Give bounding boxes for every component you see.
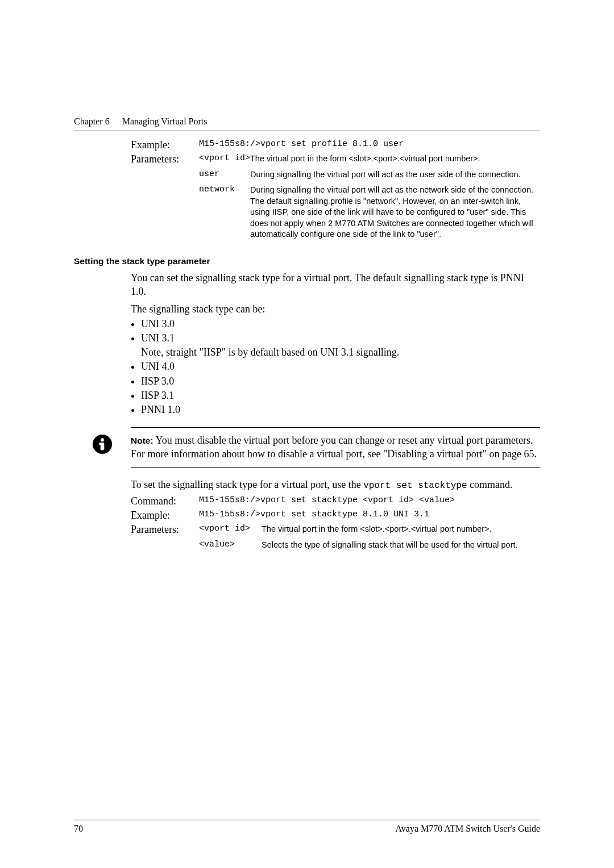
- param-row: network During signalling the virtual po…: [199, 185, 540, 240]
- header-rule: [74, 131, 540, 131]
- param-name: network: [199, 185, 250, 194]
- stack-type-list: UNI 3.0 UNI 3.1 Note, straight "IISP" is…: [131, 317, 540, 417]
- note-text: Note: You must disable the virtual port …: [131, 433, 540, 461]
- list-item-note: Note, straight "IISP" is by default base…: [141, 345, 540, 360]
- parameters-label: Parameters:: [131, 153, 199, 165]
- chapter-title: Managing Virtual Ports: [122, 116, 208, 127]
- list-item: UNI 3.0: [141, 317, 540, 331]
- param-desc: The virtual port in the form <slot>.<por…: [250, 153, 540, 165]
- param-row: <vport id> The virtual port in the form …: [199, 153, 540, 165]
- page-footer: 70 Avaya M770 ATM Switch User's Guide: [74, 820, 540, 834]
- param-desc: Selects the type of signalling stack tha…: [262, 540, 540, 551]
- param-name: <vport id>: [199, 153, 250, 163]
- command-label: Command:: [131, 495, 199, 507]
- example-value: M15-155s8:/>vport set stacktype 8.1.0 UN…: [199, 510, 540, 519]
- param-name: user: [199, 169, 250, 179]
- section-heading-stack-type: Setting the stack type parameter: [74, 256, 540, 266]
- info-icon: [92, 433, 113, 455]
- inline-code: vport set stacktype: [363, 481, 467, 491]
- param-name: <value>: [199, 540, 262, 549]
- param-row: <vport id> The virtual port in the form …: [199, 524, 540, 535]
- param-desc: The virtual port in the form <slot>.<por…: [262, 524, 540, 535]
- example-block-1: Example: M15-155s8:/>vport set profile 8…: [131, 139, 540, 245]
- param-desc: During signalling the virtual port will …: [250, 169, 540, 181]
- svg-rect-3: [99, 443, 102, 445]
- example-label: Example:: [131, 510, 199, 521]
- param-row: <value> Selects the type of signalling s…: [199, 540, 540, 551]
- note-body: You must disable the virtual port before…: [131, 435, 537, 460]
- intro-pre: To set the signalling stack type for a v…: [131, 479, 363, 490]
- param-row: user During signalling the virtual port …: [199, 169, 540, 181]
- list-item: UNI 3.1 Note, straight "IISP" is by defa…: [141, 331, 540, 360]
- chapter-number: Chapter 6: [74, 116, 110, 127]
- example-label: Example:: [131, 139, 199, 151]
- param-desc: During signalling the virtual port will …: [250, 185, 540, 240]
- intro-post: command.: [467, 479, 513, 490]
- svg-point-1: [101, 439, 104, 442]
- chapter-header: Chapter 6 Managing Virtual Ports: [74, 116, 208, 127]
- list-item: IISP 3.1: [141, 389, 540, 403]
- command-value: M15-155s8:/>vport set stacktype <vport i…: [199, 495, 540, 505]
- footer-title: Avaya M770 ATM Switch User's Guide: [395, 824, 540, 834]
- body-paragraph: You can set the signalling stack type fo…: [131, 271, 540, 299]
- body-paragraph: To set the signalling stack type for a v…: [131, 478, 540, 493]
- note-divider-top: [131, 427, 540, 428]
- body-paragraph: The signalling stack type can be:: [131, 302, 540, 316]
- list-item: IISP 3.0: [141, 374, 540, 389]
- example-value: M15-155s8:/>vport set profile 8.1.0 user: [199, 139, 540, 149]
- page-number: 70: [74, 824, 83, 834]
- list-item-label: UNI 3.1: [141, 332, 175, 344]
- note-label: Note:: [131, 436, 154, 445]
- list-item: UNI 4.0: [141, 360, 540, 374]
- note-divider-bottom: [131, 467, 540, 468]
- parameters-label: Parameters:: [131, 524, 199, 536]
- list-item: PNNI 1.0: [141, 403, 540, 417]
- param-name: <vport id>: [199, 524, 262, 533]
